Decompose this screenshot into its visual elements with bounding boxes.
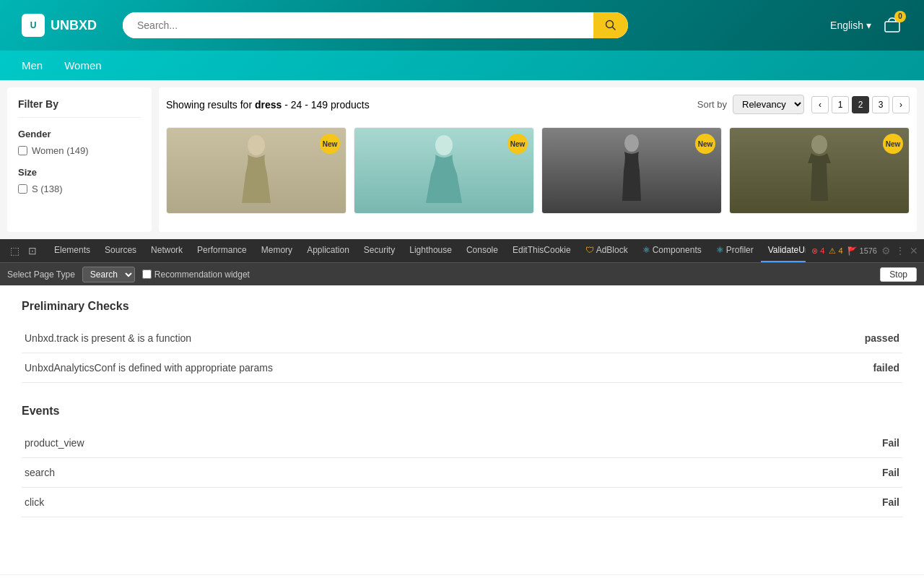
product-card[interactable]: New <box>541 127 722 214</box>
dress-silhouette <box>614 134 650 207</box>
header-right: English ▾ 0 <box>830 14 902 37</box>
page-1-button[interactable]: 1 <box>832 96 849 113</box>
new-badge: New <box>507 134 528 154</box>
tab-console[interactable]: Console <box>459 239 505 262</box>
tab-components[interactable]: ⚛Components <box>635 239 709 262</box>
events-section-title: Events <box>22 405 902 418</box>
products-area: Showing results for dress - 24 - 149 pro… <box>159 87 917 232</box>
svg-point-4 <box>435 135 453 155</box>
logo-icon: U <box>22 14 45 37</box>
tab-network[interactable]: Network <box>144 239 190 262</box>
tab-adblock[interactable]: 🛡AdBlock <box>578 239 635 262</box>
warning-count: ⚠ 4 <box>829 246 842 256</box>
error-icon: ⊗ <box>811 246 818 256</box>
product-image <box>730 128 909 213</box>
dress-silhouette <box>422 134 466 207</box>
more-icon[interactable]: ⋮ <box>895 245 905 256</box>
profiler-icon: ⚛ <box>716 245 724 255</box>
event-name: search <box>22 458 671 488</box>
nav-bar: Men Women <box>0 51 924 80</box>
page-3-button[interactable]: 3 <box>872 96 889 113</box>
products-header: Showing results for dress - 24 - 149 pro… <box>166 95 910 120</box>
check-status: passed <box>781 324 902 353</box>
page-2-button[interactable]: 2 <box>852 96 869 113</box>
events-table: product_view Fail search Fail click Fail <box>22 428 902 517</box>
tab-validateunbxdanalytics[interactable]: ValidateUnbxdAnalytics <box>761 239 806 262</box>
product-grid: New New <box>166 127 910 214</box>
filter-option-s[interactable]: S (138) <box>18 184 141 194</box>
filter-option-label-s: S (138) <box>32 184 63 194</box>
footer: Powered by U UNBXD <box>0 574 924 578</box>
header: U UNBXD English ▾ 0 <box>0 0 924 51</box>
search-button[interactable] <box>593 12 628 38</box>
recommendation-checkbox-label: Recommendation widget <box>154 269 250 280</box>
close-icon[interactable]: ✕ <box>910 245 918 256</box>
tab-elements[interactable]: Elements <box>47 239 97 262</box>
filter-group-size: Size S (138) <box>18 167 141 194</box>
inspect-icon[interactable]: ⬚ <box>6 242 24 259</box>
event-row: product_view Fail <box>22 428 902 458</box>
tab-sources[interactable]: Sources <box>97 239 144 262</box>
tab-security[interactable]: Security <box>357 239 402 262</box>
new-badge: New <box>320 134 340 154</box>
tab-performance[interactable]: Performance <box>190 239 254 262</box>
page-type-select[interactable]: Search <box>82 267 135 282</box>
filter-group-title-gender: Gender <box>18 129 141 139</box>
filter-option-women[interactable]: Women (149) <box>18 145 141 156</box>
svg-point-3 <box>248 135 265 155</box>
svg-line-1 <box>613 27 616 30</box>
product-card[interactable]: New <box>354 127 534 214</box>
check-row: Unbxd.track is present & is a function p… <box>22 324 902 353</box>
tab-editthiscookie[interactable]: EditThisCookie <box>505 239 578 262</box>
event-status: Fail <box>671 488 902 517</box>
logo: U UNBXD <box>22 14 108 37</box>
language-selector[interactable]: English ▾ <box>830 20 871 31</box>
check-name: Unbxd.track is present & is a function <box>22 324 781 353</box>
warning-icon: ⚠ <box>829 246 836 256</box>
devtools-bar: ⬚ ⊡ Elements Sources Network Performance… <box>0 239 924 262</box>
next-page-button[interactable]: › <box>892 96 910 113</box>
sort-select[interactable]: Relevancy <box>733 95 804 114</box>
dress-silhouette <box>798 134 841 207</box>
cart-icon[interactable]: 0 <box>882 14 902 37</box>
sort-area: Sort by Relevancy <box>697 95 804 114</box>
product-card[interactable]: New <box>729 127 910 214</box>
filter-option-label-women: Women (149) <box>32 145 89 156</box>
dress-silhouette <box>235 134 278 207</box>
main-content: Filter By Gender Women (149) Size S (138… <box>0 80 924 239</box>
toolbar-bar: Select Page Type Search Recommendation w… <box>0 262 924 285</box>
message-icon: 🚩 <box>847 246 858 256</box>
recommendation-widget-checkbox[interactable]: Recommendation widget <box>142 269 250 280</box>
prev-page-button[interactable]: ‹ <box>811 96 829 113</box>
event-name: product_view <box>22 428 671 458</box>
tab-profiler[interactable]: ⚛Profiler <box>709 239 761 262</box>
svg-point-5 <box>624 134 639 152</box>
filter-checkbox-s[interactable] <box>18 184 27 194</box>
filter-checkbox-women[interactable] <box>18 146 27 155</box>
settings-icon[interactable]: ⚙ <box>881 245 891 256</box>
tab-lighthouse[interactable]: Lighthouse <box>402 239 459 262</box>
nav-item-women[interactable]: Women <box>64 59 101 72</box>
filter-group-title-size: Size <box>18 167 141 178</box>
results-range: - 24 - 149 products <box>284 99 370 111</box>
tab-application[interactable]: Application <box>300 239 357 262</box>
event-row: search Fail <box>22 458 902 488</box>
devtools-tabs: Elements Sources Network Performance Mem… <box>47 239 806 262</box>
logo-text: UNBXD <box>51 18 97 33</box>
recommendation-checkbox-input[interactable] <box>142 269 152 279</box>
svg-point-6 <box>811 135 827 154</box>
nav-item-men[interactable]: Men <box>22 59 43 72</box>
stop-button[interactable]: Stop <box>880 267 917 282</box>
device-icon[interactable]: ⊡ <box>24 242 41 259</box>
product-card[interactable]: New <box>166 127 346 214</box>
check-name: UnbxdAnalyticsConf is defined with appro… <box>22 353 781 383</box>
chevron-down-icon: ▾ <box>866 20 871 31</box>
tab-memory[interactable]: Memory <box>254 239 300 262</box>
check-status: failed <box>781 353 902 383</box>
search-input[interactable] <box>123 12 593 38</box>
product-image <box>542 128 721 213</box>
filter-title: Filter By <box>18 98 141 118</box>
sort-label: Sort by <box>697 99 727 110</box>
event-name: click <box>22 488 671 517</box>
cart-badge: 0 <box>894 11 906 22</box>
